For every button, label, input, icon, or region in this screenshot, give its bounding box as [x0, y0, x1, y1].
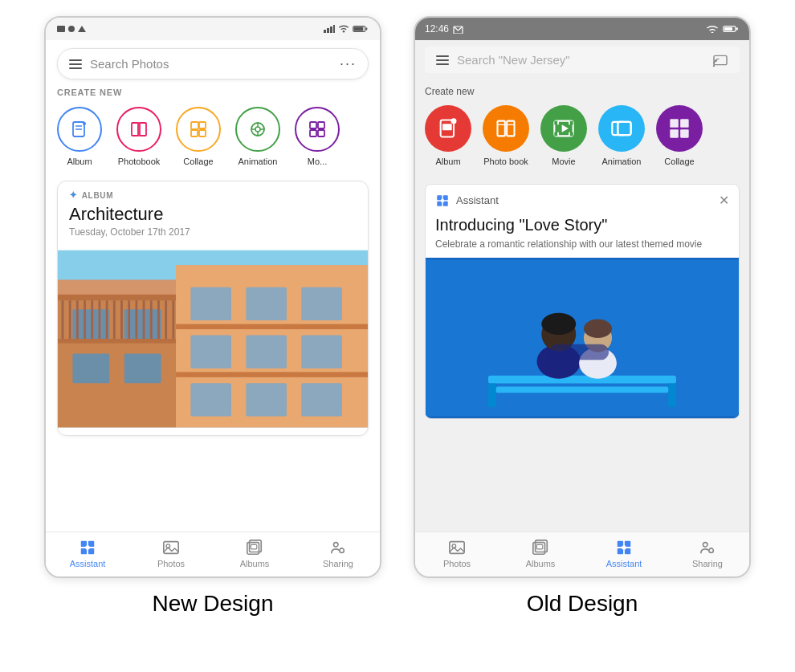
old-nav-item-photos[interactable]: Photos — [415, 539, 499, 568]
svg-rect-134 — [625, 541, 630, 547]
new-design-phone: Search Photos ··· CREATE NEW — [44, 16, 381, 578]
battery-icon — [353, 25, 369, 33]
svg-point-137 — [622, 545, 626, 550]
photobook-circle — [116, 107, 161, 152]
old-nav-item-sharing[interactable]: Sharing — [666, 539, 749, 568]
old-assistant-nav-icon — [615, 539, 633, 556]
old-album-circle — [425, 105, 471, 152]
animation-icon — [248, 120, 267, 139]
assistant-card[interactable]: Assistant ✕ Introducing "Love Story" Cel… — [425, 184, 740, 419]
svg-point-85 — [713, 65, 715, 67]
old-bottom-nav: Photos Albums — [415, 531, 749, 576]
close-icon[interactable]: ✕ — [719, 193, 729, 208]
svg-rect-51 — [150, 300, 153, 339]
old-album-icon — [437, 117, 459, 140]
status-shape-triangle — [78, 26, 86, 32]
old-design-section: 12:46 — [414, 16, 751, 617]
svg-rect-0 — [324, 30, 326, 33]
old-album-label: Album — [435, 157, 460, 166]
new-search-bar[interactable]: Search Photos ··· — [57, 48, 369, 79]
create-item-more[interactable]: Mo... — [295, 107, 340, 166]
hamburger-icon[interactable] — [69, 59, 82, 69]
svg-rect-112 — [437, 201, 442, 206]
svg-point-71 — [85, 545, 90, 550]
new-design-section: Search Photos ··· CREATE NEW — [44, 16, 381, 617]
create-item-photobook[interactable]: Photobook — [116, 107, 161, 166]
status-shape-rect — [57, 26, 65, 32]
old-search-text[interactable]: Search "New Jersey" — [457, 53, 704, 67]
old-assistant-nav-label: Assistant — [606, 559, 642, 568]
old-create-item-animation[interactable]: Animation — [598, 105, 645, 166]
svg-marker-94 — [562, 124, 569, 132]
collage-circle — [176, 107, 221, 152]
old-status-right — [707, 25, 740, 33]
svg-rect-52 — [157, 300, 160, 339]
old-photobook-label: Photo book — [483, 157, 528, 166]
nav-item-albums[interactable]: Albums — [213, 539, 296, 568]
more-options-icon[interactable]: ··· — [340, 55, 357, 72]
sharing-nav-icon — [329, 539, 347, 556]
more-label: Mo... — [308, 157, 327, 166]
cast-icon[interactable] — [712, 54, 728, 67]
nav-item-assistant[interactable]: Assistant — [46, 539, 129, 568]
albums-nav-icon — [246, 539, 263, 556]
svg-rect-119 — [668, 383, 676, 406]
svg-rect-45 — [106, 300, 108, 339]
svg-rect-118 — [488, 383, 496, 406]
svg-rect-117 — [488, 376, 676, 384]
svg-rect-27 — [318, 122, 324, 128]
svg-rect-50 — [143, 300, 145, 339]
old-movie-icon — [552, 117, 575, 140]
old-create-item-photobook[interactable]: Photo book — [483, 105, 529, 166]
old-design-phone: 12:46 — [414, 16, 751, 578]
svg-rect-107 — [680, 119, 689, 128]
svg-rect-42 — [84, 300, 86, 339]
more-icon — [308, 120, 327, 139]
svg-rect-120 — [496, 386, 669, 393]
svg-rect-106 — [670, 119, 679, 128]
old-nav-item-assistant[interactable]: Assistant — [582, 539, 666, 568]
nav-item-sharing[interactable]: Sharing — [296, 539, 380, 568]
svg-rect-108 — [670, 129, 679, 138]
svg-rect-87 — [442, 124, 452, 130]
album-icon — [70, 120, 89, 139]
nav-item-photos[interactable]: Photos — [129, 539, 213, 568]
album-title: Architecture — [69, 204, 357, 225]
new-search-text[interactable]: Search Photos — [90, 57, 332, 71]
old-photobook-circle — [483, 105, 529, 152]
animation-circle — [235, 107, 280, 152]
assistant-star-icon — [435, 193, 450, 208]
svg-rect-37 — [58, 295, 180, 300]
svg-point-139 — [709, 548, 714, 553]
album-star-icon: ✦ — [69, 189, 78, 201]
svg-rect-68 — [88, 541, 94, 547]
old-create-item-album[interactable]: Album — [425, 105, 471, 166]
svg-rect-136 — [625, 548, 630, 554]
svg-rect-63 — [246, 383, 287, 416]
svg-rect-83 — [736, 27, 738, 30]
old-sharing-nav-label: Sharing — [692, 559, 723, 568]
photobook-label: Photobook — [118, 157, 161, 166]
svg-rect-128 — [450, 542, 464, 554]
svg-point-138 — [703, 543, 708, 548]
album-card[interactable]: ✦ ALBUM Architecture Tuesday, October 17… — [57, 181, 369, 436]
photos-nav-label: Photos — [157, 559, 185, 568]
create-item-animation[interactable]: Animation — [235, 107, 280, 166]
old-time: 12:46 — [425, 23, 449, 35]
old-create-section: Create new Album — [415, 79, 749, 177]
create-item-album[interactable]: Album — [57, 107, 102, 166]
old-search-bar[interactable]: Search "New Jersey" — [425, 47, 740, 73]
old-create-item-movie[interactable]: Movie — [540, 105, 587, 166]
svg-rect-76 — [251, 544, 256, 549]
svg-rect-44 — [99, 300, 101, 339]
svg-rect-13 — [140, 123, 146, 136]
old-photobook-icon — [495, 117, 517, 140]
create-item-collage[interactable]: Collage — [176, 107, 221, 166]
svg-rect-53 — [165, 300, 167, 339]
old-nav-item-albums[interactable]: Albums — [499, 539, 582, 568]
album-circle — [57, 107, 102, 152]
old-create-item-collage[interactable]: Collage — [656, 105, 703, 166]
old-hamburger-icon[interactable] — [436, 55, 449, 65]
assistant-card-image — [426, 258, 739, 418]
status-shape-circle — [68, 26, 75, 32]
